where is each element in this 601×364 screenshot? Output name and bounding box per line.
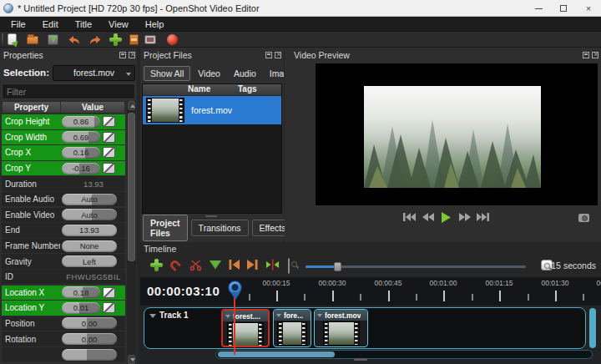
table-row[interactable]: Crop Height 0.86 [2,114,125,129]
rewind-icon[interactable] [422,212,436,224]
tab-audio[interactable]: Audio [228,67,262,80]
resize-grip[interactable] [354,358,367,361]
keyframe-edit-icon[interactable] [103,163,115,174]
tabs-overflow-icon[interactable]: » [279,69,283,78]
previous-marker-icon[interactable] [229,259,240,274]
table-row[interactable]: Crop Y -0.16 [2,161,125,176]
splitter-handle[interactable] [205,215,217,217]
table-row[interactable]: Position 0.00 [2,316,125,331]
open-project-icon[interactable] [27,33,39,46]
tab-project-files[interactable]: Project Files [143,215,188,241]
table-row[interactable]: Gravity Left [2,254,125,269]
clip-menu-chevron-icon[interactable] [317,314,322,317]
value-slider[interactable]: Auto [62,194,117,205]
track-menu-chevron-icon[interactable] [149,314,156,318]
next-marker-icon[interactable] [247,259,258,274]
minimize-button[interactable] [526,0,551,17]
scrollbar-thumb[interactable] [128,113,135,261]
value-slider[interactable]: 13.93 [62,225,117,236]
value-slider[interactable]: 0.18 [62,286,100,298]
fullscreen-icon[interactable] [144,33,157,46]
table-row[interactable]: Location Y 0.01 [2,301,125,316]
keyframe-edit-icon[interactable] [103,116,115,127]
close-panel-icon[interactable] [592,52,598,58]
tab-transitions[interactable]: Transitions [191,220,249,236]
clip-menu-chevron-icon[interactable] [276,314,281,317]
table-row[interactable]: Location X 0.18 [2,286,125,301]
table-row[interactable]: Duration 13.93 [2,176,125,191]
snapping-magnet-icon[interactable] [170,259,179,270]
maximize-button[interactable] [551,0,576,17]
value-slider[interactable]: 0.00 [62,333,117,345]
undock-icon[interactable] [119,52,126,58]
scrollbar-thumb[interactable] [218,351,335,357]
table-row[interactable]: Frame Number None [2,239,125,254]
add-track-icon[interactable] [150,259,163,271]
jump-to-start-icon[interactable] [403,212,417,224]
menu-edit[interactable]: Edit [35,18,66,30]
close-button[interactable]: × [576,0,601,17]
menu-file[interactable]: File [3,18,33,30]
table-row[interactable]: Crop X 0.16 [2,145,125,160]
clip-forest-3[interactable]: forest.mov [314,309,368,347]
value-slider[interactable]: -0.16 [62,163,100,174]
file-row-forest[interactable]: forest.mov [143,96,281,124]
value-slider[interactable]: Auto [62,209,117,220]
clip-forest-1[interactable]: forest.... [221,309,270,347]
table-row[interactable]: Enable Video Auto [2,208,125,223]
save-project-icon[interactable] [48,33,60,46]
new-project-icon[interactable] [8,33,20,46]
menu-view[interactable]: View [101,18,136,30]
save-frame-icon[interactable] [578,214,589,222]
keyframe-edit-icon[interactable] [103,147,115,158]
clip-forest-2[interactable]: fore... [273,309,311,347]
table-row[interactable]: ID FHWU5G5BIL [2,270,125,285]
table-row[interactable]: Rotation 0.00 [2,331,125,346]
keyframe-edit-icon[interactable] [103,132,115,143]
zoom-slider[interactable] [306,265,526,268]
value-slider[interactable]: 0.01 [62,302,100,314]
add-marker-icon[interactable] [210,260,221,269]
value-slider[interactable]: None [62,240,117,252]
properties-filter-input[interactable] [2,83,135,99]
choose-profile-icon[interactable] [128,33,140,46]
close-panel-icon[interactable] [129,52,135,58]
menu-help[interactable]: Help [138,18,172,30]
keyframe-edit-icon[interactable] [103,287,115,298]
center-playhead-icon[interactable] [265,259,280,274]
value-slider[interactable]: 0.69 [62,131,100,143]
redo-icon[interactable] [88,33,101,46]
undo-icon[interactable] [68,33,80,46]
table-row[interactable] [2,347,125,362]
table-row[interactable]: Enable Audio Auto [2,192,125,207]
zoom-fit-icon[interactable] [288,258,290,274]
timeline-ruler[interactable]: 00:00:03:10 00:00:15 00:00:30 00:00:45 0… [140,277,601,306]
tab-show-all[interactable]: Show All [144,66,190,81]
play-icon[interactable] [442,212,455,224]
value-slider[interactable]: 0.16 [62,147,100,159]
scroll-down-icon[interactable] [128,355,135,364]
table-row[interactable]: Crop Width 0.69 [2,130,125,145]
tab-video[interactable]: Video [192,67,226,80]
playhead-marker[interactable] [228,281,242,295]
value-slider[interactable]: 0.86 [62,116,100,128]
value-slider[interactable] [62,349,117,361]
timeline-vertical-scrollbar[interactable] [589,308,596,348]
undock-icon[interactable] [583,52,589,58]
keyframe-edit-icon[interactable] [103,302,115,313]
undock-icon[interactable] [265,52,272,58]
zoom-slider-handle[interactable] [334,262,341,271]
timeline-horizontal-scrollbar[interactable] [215,350,593,359]
close-panel-icon[interactable] [275,52,281,58]
scroll-up-icon[interactable] [128,101,135,110]
value-slider[interactable]: Left [62,255,117,267]
value-slider[interactable]: 0.00 [62,317,117,329]
selection-dropdown[interactable]: forest.mov [53,65,135,81]
clip-menu-chevron-icon[interactable] [225,315,230,318]
menu-title[interactable]: Title [68,18,99,30]
table-row[interactable]: End 13.93 [2,223,125,238]
fast-forward-icon[interactable] [459,212,472,224]
export-video-icon[interactable] [167,33,179,46]
razor-scissors-icon[interactable] [189,259,202,275]
properties-scrollbar[interactable] [127,101,136,364]
